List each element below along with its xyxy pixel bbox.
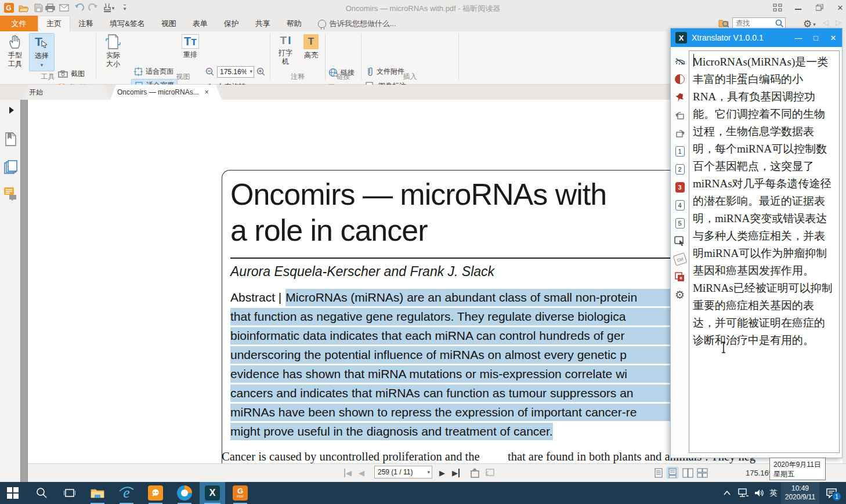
tab-close-icon[interactable]: × (205, 88, 209, 96)
foxit-logo-icon[interactable]: G (3, 2, 15, 13)
file-explorer-icon[interactable] (86, 482, 109, 504)
ime-indicator[interactable]: 英 (766, 482, 781, 504)
slot-1-button[interactable]: 1 (674, 145, 686, 157)
comments-panel-icon[interactable] (3, 187, 18, 201)
menu-tab-help[interactable]: 帮助 (279, 16, 310, 31)
menu-tab-share[interactable]: 共享 (247, 16, 279, 31)
single-page-view-icon[interactable] (653, 467, 664, 478)
menu-tab-form[interactable]: 表单 (185, 16, 216, 31)
slot-2-button[interactable]: 2 (674, 163, 686, 175)
document-scrollbar[interactable] (843, 31, 846, 482)
last-page-button[interactable]: ▶ (452, 469, 460, 477)
slot-5-button[interactable]: 5 (674, 217, 686, 229)
first-page-button[interactable]: ◀ (344, 469, 352, 477)
ctrl-key-icon[interactable]: Ctrl (674, 253, 686, 265)
xtranslator-minimize-button[interactable]: — (790, 28, 807, 47)
quick-access-more-icon[interactable]: ▾ (120, 2, 130, 13)
foxit-titlebar: G ▾ ▾ Oncomirs — microRNAs with.pdf - 福昕… (0, 0, 846, 16)
xtranslator-maximize-button[interactable]: □ (807, 28, 825, 47)
facing-view-icon[interactable] (682, 467, 693, 478)
translation-paragraph-1: MicroRNAs(MiRNAs)是一类丰富的非蛋白编码的小RNA，具有负基因调… (693, 53, 836, 280)
translation-text-area[interactable]: MicroRNAs(MiRNAs)是一类丰富的非蛋白编码的小RNA，具有负基因调… (689, 50, 840, 453)
group-label-view: 视图 (96, 72, 270, 80)
tab-start[interactable]: 开始 (22, 85, 110, 100)
slot-4-button[interactable]: 4 (674, 199, 686, 211)
actual-size-button[interactable]: 实际大小 (100, 33, 126, 71)
next-page-button[interactable]: ▶ (439, 469, 445, 477)
page-number-dropdown-icon[interactable]: ▾ (427, 469, 430, 475)
find-input[interactable] (732, 17, 786, 29)
bookmark-panel-icon[interactable] (4, 132, 17, 146)
xtranslator-taskbar-button[interactable]: X (200, 482, 225, 504)
select-window-icon[interactable] (674, 235, 686, 247)
stamp-tool-icon[interactable]: ▾ (101, 2, 116, 13)
notification-badge: 1 (832, 492, 841, 501)
typewriter-button[interactable]: TI 打字机 (274, 33, 297, 71)
previous-page-button[interactable]: ◀ (359, 469, 364, 477)
settings-gear-icon[interactable]: ⚙ (674, 289, 686, 301)
page-number-input[interactable] (374, 466, 432, 478)
page-thumbnails-icon[interactable] (4, 160, 17, 174)
menu-tab-view[interactable]: 视图 (153, 16, 185, 31)
start-button[interactable] (1, 482, 24, 504)
xtranslator-logo-icon: X (675, 32, 687, 43)
select-tool-label: 选择▾ (35, 52, 49, 70)
highlight-button[interactable]: T 高亮 (299, 33, 323, 71)
show-hidden-icons-button[interactable] (718, 482, 736, 504)
xtranslator-title: Xtranslator V1.0.0.1 (692, 33, 790, 42)
tell-me-box[interactable]: 告诉我您想做什么... (310, 16, 404, 31)
continuous-view-icon[interactable] (667, 467, 678, 478)
continuous-facing-view-icon[interactable] (696, 467, 708, 478)
search-doc-icon[interactable] (718, 18, 729, 28)
hand-tool-label: 手型工具 (7, 51, 23, 68)
xtranslator-close-button[interactable]: ✕ (825, 28, 842, 47)
menu-tab-comment[interactable]: 注释 (70, 16, 102, 31)
chat-app-icon[interactable] (144, 482, 167, 504)
navigation-sidebar (0, 100, 20, 482)
undo-rotate-icon[interactable] (674, 109, 686, 121)
tell-me-label: 告诉我您想做什么... (330, 19, 396, 29)
action-center-button[interactable]: 1 (820, 482, 843, 504)
previous-view-icon[interactable] (470, 468, 480, 478)
browser-app-icon[interactable] (173, 482, 196, 504)
arrange-windows-icon[interactable] (769, 2, 786, 13)
open-file-icon[interactable] (18, 2, 30, 13)
hand-tool-button[interactable]: 手型工具 (3, 33, 27, 71)
redo-icon[interactable] (87, 2, 99, 13)
next-view-icon[interactable] (485, 468, 496, 478)
email-icon[interactable] (58, 2, 70, 13)
undo-icon[interactable] (73, 2, 85, 13)
select-tool-button[interactable]: T 选择▾ (29, 33, 55, 71)
restore-button[interactable] (811, 2, 827, 13)
task-view-icon[interactable] (58, 482, 81, 504)
hide-eye-icon[interactable] (674, 55, 686, 67)
reflow-label: 重排 (183, 50, 197, 59)
find-previous-icon[interactable]: ◁ (823, 18, 829, 27)
menu-tab-protect[interactable]: 保护 (216, 16, 247, 31)
redo-rotate-icon[interactable] (674, 127, 686, 139)
sidebar-splitter[interactable] (20, 100, 28, 482)
xtranslator-titlebar[interactable]: X Xtranslator V1.0.0.1 — □ ✕ (671, 28, 842, 47)
find-next-icon[interactable]: ▷ (836, 18, 841, 27)
network-icon[interactable] (735, 482, 752, 504)
sidebar-expand-icon[interactable] (9, 107, 14, 114)
internet-explorer-icon[interactable]: e (115, 482, 138, 504)
menu-tab-home[interactable]: 主页 (38, 16, 70, 31)
taskbar-clock[interactable]: 10:49 2020/9/11 (781, 482, 819, 504)
save-icon[interactable] (32, 2, 44, 13)
menu-tab-fill-sign[interactable]: 填写&签名 (102, 16, 153, 31)
close-button[interactable]: ✕ (832, 2, 846, 13)
taskbar-date: 2020/9/11 (785, 493, 816, 502)
actual-size-label: 实际大小 (104, 51, 122, 68)
toggle-translate-icon[interactable] (674, 73, 686, 85)
print-icon[interactable] (44, 2, 56, 13)
foxit-taskbar-button[interactable]: G PDF (229, 482, 252, 504)
menu-tab-file[interactable]: 文件 (0, 16, 38, 31)
taskbar-search-icon[interactable] (30, 482, 53, 504)
minimize-button[interactable] (790, 2, 807, 13)
copy-result-icon[interactable] (674, 271, 686, 283)
reflow-button[interactable]: Tт 重排 (178, 33, 203, 71)
pin-icon[interactable] (674, 91, 686, 103)
slot-3-button[interactable]: 3 (674, 181, 686, 193)
tab-document[interactable]: Oncomirs — microRNAs... × (110, 85, 222, 100)
